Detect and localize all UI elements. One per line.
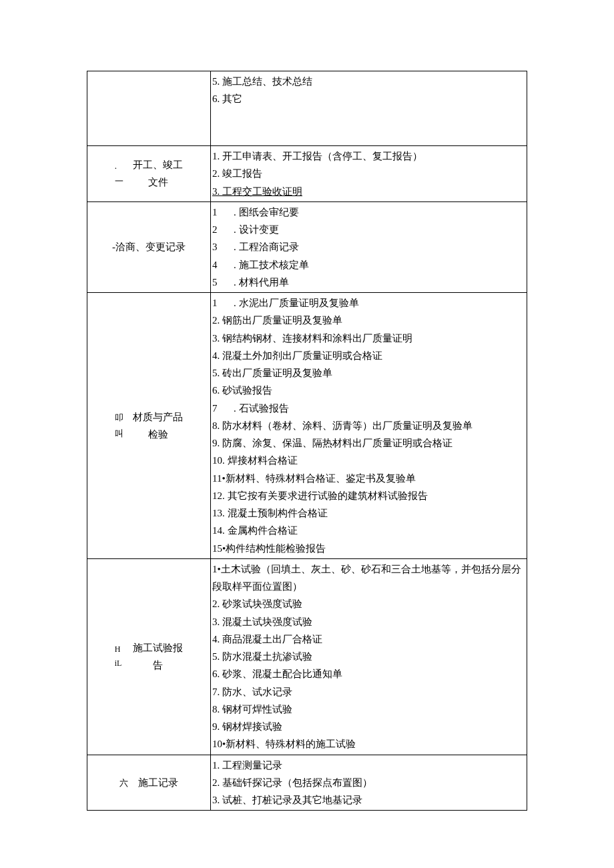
list-item: 3. 工程交工验收证明	[212, 183, 524, 200]
list-item: 9. 防腐、涂复、保温、隔热材料出厂质量证明或合格证	[212, 434, 524, 452]
row-label-cell: 六 施工记录	[87, 755, 211, 811]
row-label-cell: H iL 施工试验报告	[87, 558, 211, 755]
list-item: 1. 工程测量记录	[212, 757, 524, 774]
row-content-cell: 1. 图纸会审纪要 2. 设计变更 3. 工程洽商记录 4. 施工技术核定单 5…	[211, 201, 527, 292]
list-item: 14. 金属构件合格证	[212, 522, 524, 539]
row-label: 施工记录	[138, 774, 178, 791]
row-label: 施工试验报告	[133, 639, 183, 675]
list-item: 7. 石试验报告	[212, 400, 524, 417]
table-row: H iL 施工试验报告 1•土木试验（回填土、灰土、砂、砂石和三合土地基等，并包…	[87, 558, 527, 755]
list-item: 10•新材料、特殊材料的施工试验	[212, 735, 524, 753]
list-item: 5. 施工总结、技术总结	[212, 73, 524, 90]
row-index: 六	[119, 775, 135, 791]
row-label: 材质与产品检验	[133, 408, 183, 444]
list-item: 2. 设计变更	[212, 221, 524, 238]
row-content-cell: 5. 施工总结、技术总结 6. 其它	[211, 71, 527, 146]
list-item: 8. 钢材可焊性试验	[212, 701, 524, 718]
table-row: 5. 施工总结、技术总结 6. 其它	[87, 71, 527, 146]
row-content-cell: 1. 工程测量记录 2. 基础钎探记录（包括探点布置图） 3. 试桩、打桩记录及…	[211, 755, 527, 811]
document-table: 5. 施工总结、技术总结 6. 其它 . 一 开工、竣工文件 1. 开工申请表、…	[87, 71, 527, 811]
list-item: 3. 钢结构钢材、连接材料和涂料出厂质量证明	[212, 330, 524, 347]
row-label: 开工、竣工文件	[133, 156, 183, 191]
table-row: -洽商、变更记录 1. 图纸会审纪要 2. 设计变更 3. 工程洽商记录 4. …	[87, 201, 527, 292]
row-content-cell: 1. 开工申请表、开工报告（含停工、复工报告） 2. 竣工报告 3. 工程交工验…	[211, 146, 527, 202]
row-label-cell	[87, 71, 211, 146]
list-item: 1. 水泥出厂质量证明及复验单	[212, 294, 524, 312]
list-item: 5. 防水混凝土抗渗试验	[212, 648, 524, 665]
list-item: 3. 混凝土试块强度试验	[212, 613, 524, 630]
list-item: 2. 砂浆试块强度试验	[212, 595, 524, 612]
list-item: 1. 开工申请表、开工报告（含停工、复工报告）	[212, 147, 524, 165]
row-label-cell: . 一 开工、竣工文件	[87, 146, 211, 202]
list-item: 6. 砂试验报告	[212, 382, 524, 399]
row-label-cell: 叩 叫 材质与产品检验	[87, 293, 211, 559]
list-item: 3. 工程洽商记录	[212, 238, 524, 256]
list-item: 5. 材料代用单	[212, 274, 524, 291]
list-item: 4. 混凝土外加剂出厂质量证明或合格证	[212, 347, 524, 364]
list-item: 3. 试桩、打桩记录及其它地基记录	[212, 791, 524, 809]
table-row: 六 施工记录 1. 工程测量记录 2. 基础钎探记录（包括探点布置图） 3. 试…	[87, 755, 527, 811]
list-item: 9. 钢材焊接试验	[212, 718, 524, 735]
list-item: 10. 焊接材料合格证	[212, 452, 524, 469]
row-content-cell: 1•土木试验（回填土、灰土、砂、砂石和三合土地基等，并包括分层分段取样平面位置图…	[211, 558, 527, 755]
row-content-cell: 1. 水泥出厂质量证明及复验单 2. 钢筋出厂质量证明及复验单 3. 钢结构钢材…	[211, 293, 527, 559]
list-item: 2. 竣工报告	[212, 165, 524, 182]
list-item: 13. 混凝土预制构件合格证	[212, 504, 524, 522]
list-item: 5. 砖出厂质量证明及复验单	[212, 364, 524, 382]
list-item: 6. 其它	[212, 90, 524, 107]
row-index: 叩 叫	[115, 410, 131, 441]
list-item: 1•土木试验（回填土、灰土、砂、砂石和三合土地基等，并包括分层分段取样平面位置图…	[212, 560, 524, 596]
row-index: H iL	[115, 642, 131, 671]
table-row: . 一 开工、竣工文件 1. 开工申请表、开工报告（含停工、复工报告） 2. 竣…	[87, 146, 527, 202]
list-item: 1. 图纸会审纪要	[212, 203, 524, 221]
list-item: 7. 防水、试水记录	[212, 683, 524, 701]
list-item: 2. 基础钎探记录（包括探点布置图）	[212, 774, 524, 791]
list-item: 2. 钢筋出厂质量证明及复验单	[212, 312, 524, 329]
row-label-cell: -洽商、变更记录	[87, 201, 211, 292]
list-item: 15•构件结构性能检验报告	[212, 540, 524, 557]
row-index: . 一	[115, 158, 131, 189]
row-label: -洽商、变更记录	[112, 242, 186, 252]
list-item: 12. 其它按有关要求进行试验的建筑材料试验报告	[212, 487, 524, 504]
list-item: 4. 商品混凝土出厂合格证	[212, 630, 524, 648]
list-item: 8. 防水材料（卷材、涂料、沥青等）出厂质量证明及复验单	[212, 417, 524, 434]
list-item: 11•新材料、特殊材料合格证、鉴定书及复验单	[212, 470, 524, 487]
list-item: 6. 砂浆、混凝土配合比通知单	[212, 665, 524, 683]
table-row: 叩 叫 材质与产品检验 1. 水泥出厂质量证明及复验单 2. 钢筋出厂质量证明及…	[87, 293, 527, 559]
list-item: 4. 施工技术核定单	[212, 256, 524, 274]
